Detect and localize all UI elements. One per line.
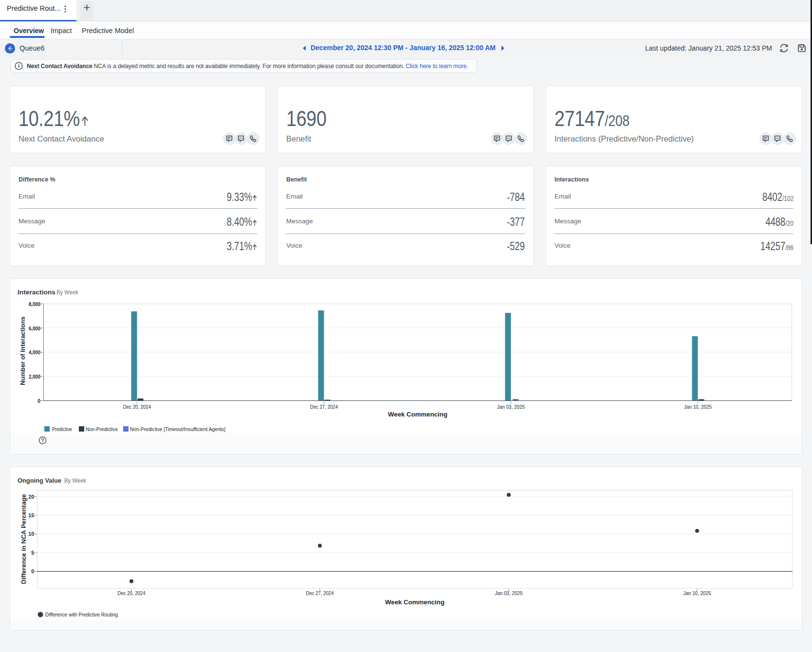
svg-text:Non-Predictive: Non-Predictive (86, 426, 118, 432)
svg-text:15: 15 (28, 512, 34, 518)
svg-text:8,000: 8,000 (29, 301, 40, 307)
svg-text:Dec 27, 2024: Dec 27, 2024 (306, 590, 334, 596)
svg-text:20: 20 (28, 494, 34, 500)
svg-text:Jan 03, 2025: Jan 03, 2025 (497, 404, 525, 410)
svg-text:Difference with Predictive Rou: Difference with Predictive Routing (45, 612, 118, 617)
svg-text:Non-Predictive [Timeout/Insuff: Non-Predictive [Timeout/Insufficient Age… (130, 426, 225, 432)
svg-text:Interactions: Interactions (18, 289, 55, 296)
svg-text:By Week: By Week (56, 289, 79, 296)
svg-text:Predictive: Predictive (52, 426, 72, 432)
svg-text:5: 5 (31, 550, 34, 556)
svg-text:By Week: By Week (64, 477, 87, 484)
svg-text:10: 10 (28, 531, 34, 537)
svg-text:6,000: 6,000 (29, 326, 40, 331)
svg-text:Week Commencing: Week Commencing (385, 598, 444, 606)
svg-text:Dec 27, 2024: Dec 27, 2024 (310, 404, 338, 410)
svg-text:Number of Interactions: Number of Interactions (19, 317, 26, 385)
svg-text:Ongoing Value: Ongoing Value (18, 477, 61, 484)
svg-text:Difference in NCA Percentage: Difference in NCA Percentage (20, 494, 27, 584)
svg-text:Jan 10, 2025: Jan 10, 2025 (684, 404, 712, 410)
svg-text:Jan 10, 2025: Jan 10, 2025 (683, 590, 711, 596)
svg-text:4,000: 4,000 (29, 349, 40, 355)
svg-text:0: 0 (37, 398, 40, 404)
svg-text:2,000: 2,000 (29, 374, 40, 380)
svg-text:Dec 20, 2024: Dec 20, 2024 (118, 590, 146, 596)
svg-text:?: ? (41, 438, 44, 443)
svg-text:Week Commencing: Week Commencing (388, 411, 447, 418)
svg-text:0: 0 (31, 568, 34, 574)
svg-text:Jan 03, 2025: Jan 03, 2025 (495, 590, 523, 596)
svg-text:Dec 20, 2024: Dec 20, 2024 (123, 404, 151, 410)
